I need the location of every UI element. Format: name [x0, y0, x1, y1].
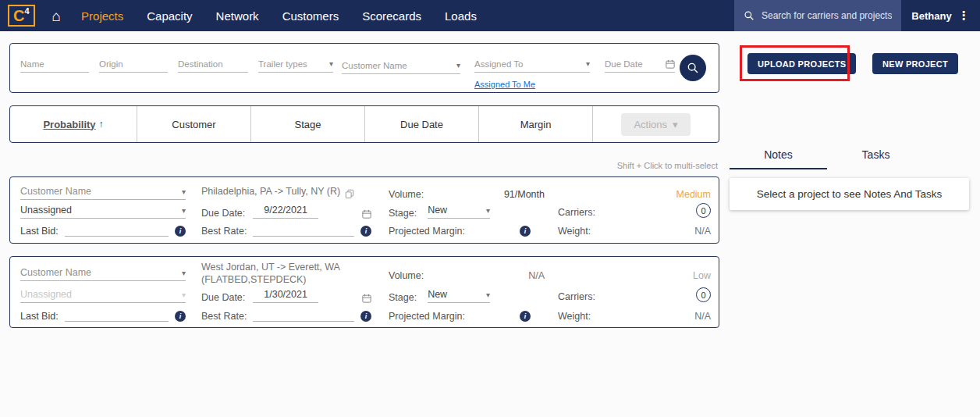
due-date-field: Due Date: 1/30/2021 [201, 290, 371, 303]
carriers-line: Carriers: 0 [558, 202, 711, 218]
stage-line: Stage: New ▾ [389, 205, 545, 219]
filter-origin-input[interactable] [99, 59, 168, 69]
nav-item-capacity[interactable]: Capacity [147, 9, 192, 23]
nav-item-loads[interactable]: Loads [445, 9, 477, 23]
calendar-icon[interactable] [666, 59, 675, 69]
user-menu[interactable]: Bethany ⋮ [901, 9, 980, 23]
info-icon[interactable]: i [520, 311, 531, 322]
filter-name-field[interactable] [20, 59, 89, 73]
probability-line: Medium [558, 187, 711, 200]
filter-destination-field[interactable] [178, 59, 248, 73]
due-date-field: Due Date: 9/22/2021 [201, 205, 371, 219]
column-header-due-date[interactable]: Due Date [365, 106, 479, 142]
volume-line: Volume: 91/Month [389, 187, 545, 200]
logo-c: C [13, 6, 24, 26]
nav-item-scorecards[interactable]: Scorecards [362, 9, 421, 23]
sort-ascending-icon: ↑ [99, 119, 104, 130]
info-icon[interactable]: i [360, 311, 371, 322]
customer-select[interactable]: Customer Name ▾ [20, 187, 186, 200]
chevron-down-icon: ▾ [486, 206, 490, 216]
filter-trailer-types-select[interactable]: Trailer types ▾ [258, 59, 333, 73]
filter-origin-field[interactable] [99, 59, 168, 73]
assignee-select[interactable]: Unassigned ▾ [20, 205, 186, 219]
filter-search-button[interactable] [680, 55, 706, 81]
due-date-value[interactable]: 9/22/2021 [253, 205, 318, 219]
project-list-header: Probability ↑ Customer Stage Due Date Ma… [9, 105, 719, 143]
chevron-down-icon: ▾ [486, 290, 490, 300]
stage-select[interactable]: New ▾ [428, 205, 490, 219]
calendar-icon[interactable] [362, 294, 371, 303]
carriers-count-badge[interactable]: 0 [696, 203, 711, 218]
global-search[interactable] [734, 0, 901, 31]
user-name: Bethany [911, 10, 951, 22]
chevron-down-icon: ▾ [182, 269, 186, 278]
calendar-icon[interactable] [362, 209, 371, 219]
filter-assigned-to-select[interactable]: Assigned To ▾ [474, 59, 590, 73]
column-header-stage[interactable]: Stage [251, 106, 365, 142]
weight-line: Weight: N/A [558, 223, 711, 237]
nav-item-customers[interactable]: Customers [282, 9, 339, 23]
filter-due-date-field[interactable]: Due Date [605, 59, 675, 73]
nav-item-network[interactable]: Network [216, 9, 259, 23]
tab-notes[interactable]: Notes [730, 144, 827, 169]
new-project-button[interactable]: NEW PROJECT [872, 53, 958, 74]
notes-tasks-empty-state: Select a project to see Notes And Tasks [730, 178, 969, 210]
filter-customer-name-select[interactable]: Customer Name ▾ [342, 61, 460, 74]
global-search-input[interactable] [762, 10, 892, 21]
filter-trailer-types-label: Trailer types [258, 59, 307, 69]
carriers-count-badge[interactable]: 0 [696, 287, 711, 302]
notes-tasks-tabs: Notes Tasks [730, 144, 925, 169]
chevron-down-icon: ▾ [329, 59, 333, 69]
filter-assigned-to-label: Assigned To [474, 59, 523, 69]
last-bid-input[interactable] [65, 312, 169, 322]
lane-text: West Jordan, UT -> Everett, WA (FLATBED,… [201, 262, 371, 286]
chevron-down-icon: ▾ [586, 59, 590, 69]
lane-line: West Jordan, UT -> Everett, WA (FLATBED,… [201, 262, 371, 287]
volume-value: N/A [528, 270, 545, 281]
last-bid-input[interactable] [65, 226, 169, 237]
column-header-probability[interactable]: Probability ↑ [10, 106, 137, 142]
nav-item-projects[interactable]: Projects [81, 9, 123, 23]
upload-projects-button[interactable]: UPLOAD PROJECTS [747, 53, 856, 74]
stage-select[interactable]: New ▾ [428, 289, 490, 303]
column-header-margin[interactable]: Margin [479, 106, 593, 142]
project-row[interactable]: Customer Name ▾ Unassigned ▾ Last Bid: i… [9, 176, 719, 244]
copy-icon[interactable] [345, 189, 354, 198]
info-icon[interactable]: i [175, 311, 186, 322]
project-row[interactable]: Customer Name ▾ Unassigned ▾ Last Bid: i… [9, 256, 719, 328]
chevron-down-icon: ▾ [182, 206, 186, 216]
stage-line: Stage: New ▾ [389, 290, 545, 303]
last-bid-field: Last Bid: i [20, 308, 186, 322]
customer-select[interactable]: Customer Name ▾ [20, 268, 186, 281]
multi-select-hint: Shift + Click to multi-select [9, 161, 718, 170]
carriers-line: Carriers: 0 [558, 287, 711, 302]
assigned-to-me-link[interactable]: Assigned To Me [474, 80, 535, 89]
filter-destination-input[interactable] [178, 59, 248, 69]
info-icon[interactable]: i [360, 226, 371, 237]
filter-customer-name-label: Customer Name [342, 61, 407, 70]
probability-badge: Low [693, 270, 711, 281]
assignee-select[interactable]: Unassigned ▾ [20, 290, 186, 303]
probability-line: Low [558, 268, 711, 281]
info-icon[interactable]: i [175, 226, 186, 237]
home-icon[interactable]: ⌂ [52, 9, 61, 23]
kebab-menu-icon[interactable]: ⋮ [958, 9, 970, 23]
last-bid-field: Last Bid: i [20, 223, 186, 237]
app-screen: C 4 ⌂ Projects Capacity Network Customer… [0, 0, 980, 417]
actions-dropdown-button[interactable]: Actions ▾ [621, 113, 690, 136]
column-header-actions: Actions ▾ [593, 106, 719, 142]
info-icon[interactable]: i [520, 226, 531, 237]
app-logo[interactable]: C 4 [8, 5, 35, 27]
logo-4: 4 [24, 6, 29, 16]
tab-tasks[interactable]: Tasks [827, 144, 925, 169]
best-rate-field: Best Rate: i [201, 223, 371, 237]
filter-bar: Trailer types ▾ Customer Name ▾ Assigned… [9, 43, 719, 93]
weight-value: N/A [694, 226, 711, 237]
weight-value: N/A [694, 311, 711, 322]
filter-name-input[interactable] [20, 59, 89, 69]
chevron-down-icon: ▾ [673, 119, 678, 130]
best-rate-input[interactable] [253, 226, 354, 237]
best-rate-input[interactable] [253, 312, 354, 322]
due-date-value[interactable]: 1/30/2021 [253, 289, 318, 303]
column-header-customer[interactable]: Customer [137, 106, 251, 142]
